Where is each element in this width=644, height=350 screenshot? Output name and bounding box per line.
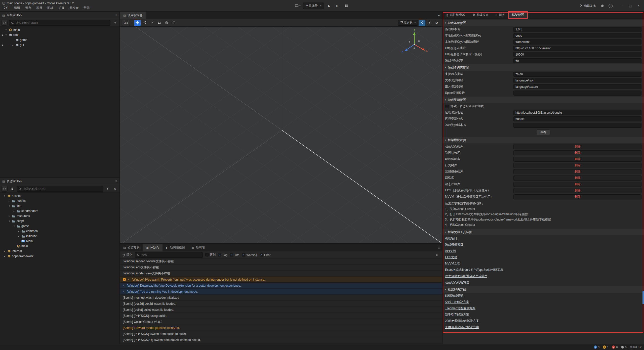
console-error-counter[interactable]: × 0 bbox=[612, 345, 618, 349]
tree-row[interactable]: ▸initialize bbox=[0, 234, 119, 239]
assets-filter-button[interactable] bbox=[104, 186, 110, 192]
doc-link[interactable]: Excel格式转Json文件与TypeScript代码工具 bbox=[445, 268, 503, 272]
projection-3d-button[interactable]: 3D bbox=[122, 20, 130, 26]
build-publish-button[interactable]: 构建发布 bbox=[579, 4, 596, 8]
expand-arrow[interactable]: › bbox=[123, 290, 125, 293]
package-task-counter[interactable]: 0 bbox=[621, 346, 626, 349]
tree-row[interactable]: game bbox=[0, 37, 119, 42]
section-header[interactable]: ▾框架解决方案 bbox=[442, 286, 644, 293]
world-gizmo-tool[interactable] bbox=[163, 20, 170, 26]
tree-row[interactable]: ▾script bbox=[0, 218, 119, 224]
collapse-arrow[interactable]: ▸ bbox=[11, 44, 14, 46]
view-mode-select[interactable]: 正常浏览 ▾ bbox=[398, 20, 418, 26]
assets-search-input[interactable] bbox=[23, 187, 101, 190]
doc-link[interactable]: API文档 bbox=[445, 249, 456, 253]
config-value-input[interactable]: 60 bbox=[513, 58, 641, 63]
panel-menu-icon[interactable]: ≡ bbox=[438, 14, 440, 17]
log-row[interactable]: ›[Window] Download the Vue Devtools exte… bbox=[120, 283, 442, 289]
tree-row[interactable]: ▾root bbox=[0, 32, 119, 37]
console-warning-counter[interactable]: ! 1 bbox=[603, 345, 609, 349]
section-header[interactable]: ▾游戏多语言配置 bbox=[442, 64, 644, 71]
tree-row[interactable]: ▸common bbox=[0, 229, 119, 234]
tab-framework-config[interactable]: 框架配置 bbox=[508, 12, 528, 18]
log-row[interactable]: [Window] model_view文件夹不存在 bbox=[120, 271, 442, 277]
expand-arrow[interactable]: › bbox=[123, 284, 125, 287]
clear-console-button[interactable]: 清空 bbox=[122, 253, 132, 257]
rect-tool[interactable] bbox=[156, 20, 163, 26]
collapse-arrow[interactable]: ▾ bbox=[5, 34, 8, 36]
menu-item[interactable]: 节点 bbox=[23, 6, 34, 10]
maximize-button[interactable] bbox=[626, 2, 634, 9]
collapse-arrow[interactable]: ▾ bbox=[8, 205, 11, 207]
log-row[interactable]: [Window] render_texture文件夹不存在 bbox=[120, 258, 442, 265]
doc-link[interactable]: 新手引导解决方案 bbox=[445, 313, 469, 317]
tree-row[interactable]: ▸oops-framework bbox=[0, 254, 119, 259]
doc-link[interactable]: MVVM文档 bbox=[445, 261, 460, 266]
scene-camera-button[interactable] bbox=[426, 20, 433, 26]
filter-checkbox-info[interactable]: ✓Info bbox=[230, 253, 239, 256]
checkbox-icon[interactable] bbox=[445, 105, 449, 108]
scene-select[interactable]: 当前场景 ▾ bbox=[303, 3, 324, 9]
doc-link[interactable]: ECS文档 bbox=[445, 255, 457, 259]
expand-arrow[interactable]: › bbox=[128, 278, 130, 281]
delete-module-button[interactable]: 删除 bbox=[513, 150, 641, 155]
panel-menu-icon[interactable]: ≡ bbox=[438, 246, 440, 250]
play-button[interactable]: ▶ bbox=[326, 3, 332, 9]
tab-inspector[interactable]: 构建发布 bbox=[469, 12, 492, 18]
filter-checkbox-log[interactable]: ✓Log bbox=[218, 253, 227, 256]
config-value-input[interactable]: framework bbox=[513, 39, 641, 45]
close-button[interactable]: × bbox=[635, 2, 642, 9]
delete-module-button[interactable]: 删除 bbox=[513, 182, 641, 187]
step-button[interactable]: ▶ bbox=[334, 3, 341, 9]
collapse-arrow[interactable]: ▸ bbox=[3, 250, 6, 252]
menu-item[interactable]: 开发者 bbox=[67, 6, 81, 10]
log-row[interactable]: [Scene] [PHYSICS2D]: switch from box2d-w… bbox=[120, 337, 442, 343]
config-value-input[interactable]: language/json bbox=[513, 78, 641, 83]
scrollbar-thumb[interactable] bbox=[642, 291, 644, 304]
tab-scene-editor[interactable]: ▧ 场景编辑器 bbox=[120, 12, 146, 19]
minimize-button[interactable]: ─ bbox=[618, 2, 625, 9]
collapse-arrow[interactable]: ▸ bbox=[8, 200, 11, 202]
sort-assets-button[interactable]: ⇅ bbox=[9, 186, 15, 192]
console-search-input[interactable] bbox=[141, 253, 201, 256]
collapse-arrow[interactable]: ▸ bbox=[17, 235, 20, 237]
config-value-input[interactable] bbox=[513, 91, 641, 96]
section-header[interactable]: ▾框架模块裁剪 bbox=[442, 137, 644, 143]
delete-module-button[interactable]: 删除 bbox=[513, 169, 641, 174]
console-tab[interactable]: ▣控制台 bbox=[143, 244, 162, 251]
filter-checkbox-error[interactable]: ✓Error bbox=[260, 253, 271, 256]
axis-gizmo[interactable]: Y X Z bbox=[399, 28, 430, 59]
save-button[interactable]: 保存 bbox=[537, 129, 550, 135]
log-row[interactable]: !›[Window] [Vue warn]: Property "onInput… bbox=[120, 277, 442, 283]
collapse-arrow[interactable]: ▸ bbox=[3, 255, 6, 257]
config-value-input[interactable]: http://192.168.0.150/main/ bbox=[513, 46, 641, 51]
tree-row[interactable]: ▸gui bbox=[0, 42, 119, 48]
section-header[interactable]: ▾框架文档工具链接 bbox=[442, 229, 644, 235]
preview-device-button[interactable]: ▾ bbox=[295, 3, 301, 9]
log-row[interactable]: [Scene] Forward render pipeline initiali… bbox=[120, 325, 442, 331]
menu-item[interactable]: 文件 bbox=[1, 6, 12, 10]
tree-row[interactable]: ▸resources bbox=[0, 213, 119, 218]
collapse-arrow[interactable]: ▾ bbox=[5, 29, 8, 31]
help-button[interactable]: ? bbox=[609, 4, 613, 8]
doc-link[interactable]: 原生包热更新配置自动生成插件 bbox=[445, 274, 487, 278]
console-options-button[interactable]: ≡ bbox=[434, 252, 440, 258]
delete-module-button[interactable]: 删除 bbox=[513, 176, 641, 181]
tree-row[interactable]: ▾main bbox=[0, 27, 119, 32]
tree-row[interactable]: ▸internal bbox=[0, 249, 119, 254]
log-row[interactable]: ›[Window] You are running Vue in develop… bbox=[120, 289, 442, 295]
config-value-input[interactable]: 1.0.5 bbox=[513, 27, 641, 32]
scene-viewport[interactable]: Y X Z bbox=[120, 27, 442, 243]
delete-module-button[interactable]: 删除 bbox=[513, 157, 641, 162]
doc-link[interactable]: 教程项目 bbox=[445, 236, 457, 241]
rotate-tool[interactable] bbox=[141, 20, 148, 26]
config-value-input[interactable]: bundle bbox=[513, 116, 641, 121]
tree-row[interactable]: ▸bundle bbox=[0, 198, 119, 203]
tree-row[interactable]: main bbox=[0, 244, 119, 249]
log-row[interactable]: [Scene] Cocos Creator v3.8.2 bbox=[120, 319, 442, 325]
refresh-assets-button[interactable]: ↻ bbox=[112, 186, 118, 192]
console-tab[interactable]: ▦动画图 bbox=[188, 244, 208, 251]
log-row[interactable]: [Scene] [PHYSICS]: using builtin. bbox=[120, 313, 442, 319]
filter-checkbox-warning[interactable]: ✓Warning bbox=[242, 253, 257, 256]
log-row[interactable]: [Scene] [bullet]:bullet wasm lib loaded. bbox=[120, 307, 442, 313]
